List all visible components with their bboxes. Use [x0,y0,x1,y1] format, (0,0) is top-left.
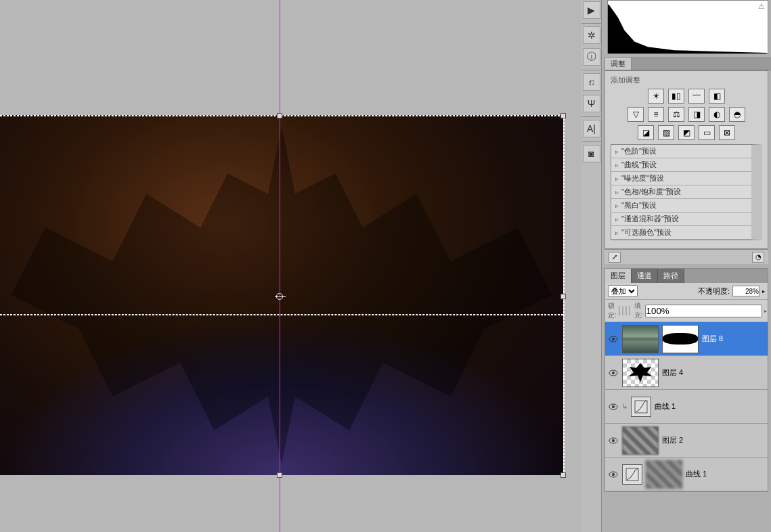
brightness-icon[interactable]: ☀ [648,89,664,104]
layer-row[interactable]: 图层 4 [605,356,768,390]
bw-icon[interactable]: ◨ [688,107,705,122]
vibrance-icon[interactable]: ▽ [627,107,644,122]
svg-point-1 [612,338,615,340]
transform-handle-br[interactable] [560,472,566,478]
character-icon[interactable]: A| [583,120,600,137]
svg-point-10 [612,473,615,476]
gradientmap-icon[interactable]: ▭ [699,125,715,140]
clip-icon[interactable]: ◔ [752,252,764,263]
visibility-icon[interactable] [608,469,619,480]
preset-chanmix[interactable]: "通道混和器"预设 [611,213,751,226]
fill-input[interactable] [645,305,762,317]
layer-thumb[interactable] [622,426,659,455]
tab-paths[interactable]: 路径 [658,269,684,283]
adjust-footer: ⤢ ◔ [604,249,768,264]
visibility-icon[interactable] [608,435,619,446]
dropdown-icon[interactable]: ▸ [762,288,765,294]
preset-list[interactable]: "色阶"预设 "曲线"预设 "曝光度"预设 "色相/饱和度"预设 "黑白"预设 … [611,144,762,240]
warning-icon[interactable]: ⚠ [758,2,765,11]
layer-thumb[interactable] [622,325,659,353]
hsl-icon[interactable]: ≡ [648,107,664,122]
layers-panel: 图层 通道 路径 叠加 不透明度: ▸ 锁定: 填充: ▸ [604,268,768,492]
layer-row[interactable]: 曲线 1 [605,458,768,491]
svg-point-5 [612,405,615,408]
histogram-panel: ⚠ [607,0,768,54]
invert-icon[interactable]: ◪ [638,125,654,140]
transform-handle-tr[interactable] [560,113,566,118]
lock-transparent-icon[interactable] [619,306,620,315]
layer-name[interactable]: 曲线 1 [686,469,707,479]
canvas-area[interactable] [0,0,581,532]
vertical-guide [280,0,280,532]
layer-list: 图层 8 图层 4 ↳ 曲线 1 图层 2 曲 [605,322,768,491]
lock-move-icon[interactable] [625,306,627,315]
transform-handle-top[interactable] [277,113,282,118]
preset-exposure[interactable]: "曝光度"预设 [611,172,751,185]
exposure-icon[interactable]: ◧ [709,89,725,104]
opacity-input[interactable] [732,286,759,296]
adjustments-panel: 添加调整 ☀ ▮▯ 〰 ◧ ▽ ≡ ⚖ ◨ ◐ ◓ ◪ ▨ ◩ ▭ ⊠ "色阶"… [604,70,768,249]
photofilter-icon[interactable]: ◐ [709,107,725,122]
mask-thumb[interactable] [646,460,682,489]
curves-icon[interactable]: 〰 [688,89,705,104]
preset-levels[interactable]: "色阶"预设 [611,145,751,158]
lock-all-icon[interactable] [629,306,630,315]
compass-icon[interactable]: ✲ [583,26,600,44]
visibility-icon[interactable] [608,401,619,412]
colorbalance-icon[interactable]: ⚖ [668,107,684,122]
camera-icon[interactable]: ◙ [583,145,600,162]
transform-handle-r[interactable] [560,294,566,299]
selectivecolor-icon[interactable]: ⊠ [719,125,735,140]
channelmix-icon[interactable]: ◓ [729,107,745,122]
svg-point-8 [612,439,615,442]
fill-label: 填充: [634,301,643,320]
layer-row[interactable]: ↳ 曲线 1 [605,390,768,424]
tab-channels[interactable]: 通道 [632,269,658,283]
layer-name[interactable]: 图层 2 [662,435,683,445]
svg-rect-6 [635,401,647,413]
play-icon[interactable]: ▶ [583,1,600,19]
blend-mode-select[interactable]: 叠加 [608,285,638,297]
preset-selcolor[interactable]: "可选颜色"预设 [611,226,751,240]
dropdown-icon[interactable]: ▸ [764,308,767,314]
preset-bw[interactable]: "黑白"预设 [611,199,751,213]
layer-thumb[interactable] [622,359,659,387]
opacity-label: 不透明度: [698,286,730,296]
adjustment-thumb[interactable] [631,397,651,417]
layer-row[interactable]: 图层 2 [605,424,768,458]
threshold-icon[interactable]: ◩ [678,125,695,140]
tab-layers[interactable]: 图层 [605,269,632,283]
styles-icon[interactable]: Ψ [583,95,600,112]
visibility-icon[interactable] [608,334,619,345]
preset-hsl[interactable]: "色相/饱和度"预设 [611,185,751,199]
posterize-icon[interactable]: ▨ [658,125,674,140]
add-adjustment-label: 添加调整 [611,75,762,85]
layer-name[interactable]: 图层 4 [662,368,683,378]
info-icon[interactable]: ⓘ [583,48,600,66]
svg-point-3 [612,372,615,374]
expand-icon[interactable]: ⤢ [609,252,621,263]
right-panels: ⚠ 调整 添加调整 ☀ ▮▯ 〰 ◧ ▽ ≡ ⚖ ◨ ◐ ◓ ◪ ▨ ◩ ▭ ⊠… [602,0,771,532]
visibility-icon[interactable] [608,368,619,378]
adjust-tabs: 调整 [604,57,771,70]
levels-icon[interactable]: ▮▯ [668,89,684,104]
layer-name[interactable]: 曲线 1 [655,401,676,412]
lock-label: 锁定: [608,301,617,320]
layer-row[interactable]: 图层 8 [605,322,768,356]
transform-handle-b[interactable] [277,472,282,478]
link-icon: ↳ [622,403,627,410]
preset-curves[interactable]: "曲线"预设 [611,158,751,172]
svg-rect-11 [626,468,638,481]
layer-name[interactable]: 图层 8 [702,334,723,344]
mask-thumb[interactable] [662,325,699,353]
panel-dock: ▶ ✲ ⓘ ⎌ Ψ A| ◙ [581,0,602,532]
tab-adjust[interactable]: 调整 [604,57,632,70]
swatch-icon[interactable]: ⎌ [583,73,600,91]
lock-paint-icon[interactable] [622,306,623,315]
adjustment-thumb[interactable] [622,464,642,485]
